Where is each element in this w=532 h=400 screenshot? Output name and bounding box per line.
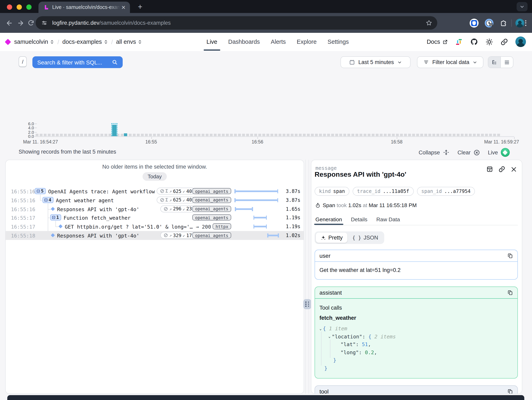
- bitwarden-extension-icon[interactable]: [469, 18, 479, 28]
- copy-icon[interactable]: [507, 253, 513, 258]
- time-range-select[interactable]: Last 5 minutes: [341, 56, 411, 68]
- reload-icon[interactable]: [27, 19, 35, 27]
- copy-icon[interactable]: [507, 389, 513, 394]
- tab-dashboards[interactable]: Dashboards: [228, 33, 260, 51]
- collapse-chevron-icon[interactable]: ⌄: [319, 327, 322, 331]
- copy-icon[interactable]: [507, 290, 513, 296]
- span_id-badge: span_id...a77954: [417, 187, 475, 196]
- new-tab-button[interactable]: +: [135, 2, 145, 11]
- trace-row[interactable]: 16:55:17GET httpbin.org/get ? lat='51.0'…: [6, 222, 304, 231]
- collapse-count-badge[interactable]: 1: [50, 215, 61, 221]
- github-icon[interactable]: [470, 38, 478, 46]
- scope-tag: openai_agents: [192, 232, 231, 238]
- tab-title: Live · samuelcolvin/docs-examples: [52, 5, 120, 10]
- span-detail-panel: message Responses API with 'gpt-4o' kind…: [311, 160, 522, 394]
- local-filter-select[interactable]: Filter local data: [417, 56, 483, 68]
- duration-bar: [234, 190, 278, 192]
- x-tick-label: 16:55: [145, 139, 157, 144]
- json-line[interactable]: }: [319, 364, 513, 372]
- x-tick: [397, 137, 397, 139]
- close-panel-icon[interactable]: [511, 166, 517, 172]
- collapse-button[interactable]: Collapse: [419, 148, 449, 157]
- json-guide-line: [321, 331, 322, 366]
- timeline-chart[interactable]: 6.0 4.0 2.0 0.0 16:5516:5616:58 Mar 11. …: [0, 119, 532, 148]
- y-tick-label: 6.0: [10, 122, 34, 126]
- detail-tab-raw-data[interactable]: Raw Data: [376, 214, 400, 225]
- message-list: userGet the weather at lat=51 lng=0.2ass…: [315, 250, 518, 394]
- json-toggle[interactable]: { } JSON: [348, 233, 383, 243]
- json-line[interactable]: ⌄{ 1 item: [319, 325, 513, 333]
- live-toggle[interactable]: Live: [488, 148, 510, 157]
- tab-settings[interactable]: Settings: [328, 33, 349, 51]
- close-window-button[interactable]: [7, 5, 12, 10]
- today-badge[interactable]: Today: [142, 172, 167, 181]
- extensions-puzzle-icon[interactable]: [499, 19, 508, 27]
- minimize-window-button[interactable]: [17, 5, 22, 10]
- json-line[interactable]: "long": 0.2,: [319, 348, 513, 356]
- tree-view-toggle[interactable]: [488, 57, 500, 68]
- chevron-down-icon: [473, 60, 478, 65]
- trace-duration: 3.87s: [282, 197, 300, 203]
- back-icon[interactable]: [5, 19, 13, 27]
- panel-resize-handle[interactable]: [303, 299, 311, 309]
- collapse-count-badge[interactable]: 5: [35, 188, 45, 194]
- tab-alerts[interactable]: Alerts: [271, 33, 286, 51]
- browser-profile-avatar[interactable]: [515, 19, 524, 27]
- window-controls[interactable]: [7, 5, 32, 10]
- zoom-window-button[interactable]: [26, 5, 32, 10]
- docs-link[interactable]: Docs: [427, 39, 448, 45]
- pretty-toggle[interactable]: Pretty: [316, 233, 348, 243]
- browser-tab[interactable]: Live · samuelcolvin/docs-examples ✕: [38, 2, 130, 13]
- collapse-chevron-icon[interactable]: ⌄: [328, 335, 331, 339]
- share-link-icon[interactable]: [500, 38, 508, 45]
- tab-search-chevron-icon[interactable]: [517, 2, 527, 11]
- browser-menu-icon[interactable]: [525, 20, 526, 26]
- x-tick: [258, 137, 258, 139]
- span-duration-line: Span took 1.02s at Mar 11 16:55:18 PM: [315, 202, 417, 208]
- trace-row[interactable]: 16:55:165OpenAI Agents trace: Agent work…: [6, 187, 304, 196]
- url-bar[interactable]: logfire.pydantic.dev/samuelcolvin/docs-e…: [36, 16, 437, 30]
- json-line[interactable]: }: [319, 356, 513, 364]
- panel-divider-line: [309, 160, 309, 394]
- theme-sun-icon[interactable]: [485, 38, 493, 45]
- user-avatar[interactable]: [515, 37, 526, 47]
- trace-row[interactable]: 16:55:16Responses API with 'gpt-4o'↗296↙…: [6, 205, 304, 213]
- json-line[interactable]: "lat": 51,: [319, 340, 513, 348]
- clear-button[interactable]: Clear: [457, 148, 480, 157]
- json-line[interactable]: ⌄"location": { 2 items: [319, 333, 513, 340]
- trace_id-badge: trace_id...11a05f: [353, 187, 414, 196]
- blocker-extension-icon[interactable]: [484, 18, 494, 28]
- breadcrumb-env[interactable]: all envs: [116, 39, 142, 45]
- site-settings-icon[interactable]: [41, 20, 47, 26]
- trace-list-panel: No older items in the selected time wind…: [5, 160, 304, 394]
- tab-live[interactable]: Live: [207, 33, 217, 51]
- trace-duration: 1.02s: [282, 233, 300, 238]
- breadcrumb-org[interactable]: samuelcolvin: [14, 39, 54, 45]
- trace-name: OpenAI Agents trace: Agent workflow: [48, 188, 155, 194]
- slack-icon[interactable]: [455, 38, 463, 45]
- duration-bar: [267, 235, 279, 236]
- bookmark-star-icon[interactable]: [425, 19, 432, 26]
- detail-tab-generation[interactable]: Generation: [315, 214, 342, 225]
- list-view-toggle[interactable]: [501, 57, 513, 68]
- archive-span-icon[interactable]: [486, 166, 493, 173]
- copy-link-icon[interactable]: [498, 166, 505, 173]
- search-filter-button[interactable]: Search & filter with SQL...: [32, 56, 123, 68]
- trace-row[interactable]: 16:55:164Agent weather agentΣ↗625↙40open…: [6, 196, 304, 205]
- sort-chevrons-icon: [138, 39, 142, 44]
- status-row: Showing records from the last 5 minutes …: [0, 148, 532, 157]
- breadcrumb-project[interactable]: docs-examples: [62, 39, 108, 45]
- url-path: /samuelcolvin/docs-examples: [99, 20, 171, 26]
- forward-icon[interactable]: [16, 19, 25, 27]
- tree-view-icon: [492, 59, 497, 65]
- nav-right: Docs: [427, 33, 526, 51]
- logfire-logo: [5, 39, 11, 45]
- collapse-count-badge[interactable]: 4: [43, 197, 53, 203]
- trace-duration: 1.19s: [282, 224, 300, 229]
- tab-explore[interactable]: Explore: [297, 33, 317, 51]
- trace-row[interactable]: 16:55:18Responses API with 'gpt-4o'↗329↙…: [6, 231, 304, 240]
- trace-row[interactable]: 16:55:171Function fetch_weatheropenai_ag…: [6, 213, 304, 222]
- trace-time: 16:55:18: [11, 233, 35, 239]
- detail-tab-details[interactable]: Details: [351, 214, 367, 225]
- tab-close-icon[interactable]: ✕: [120, 4, 127, 10]
